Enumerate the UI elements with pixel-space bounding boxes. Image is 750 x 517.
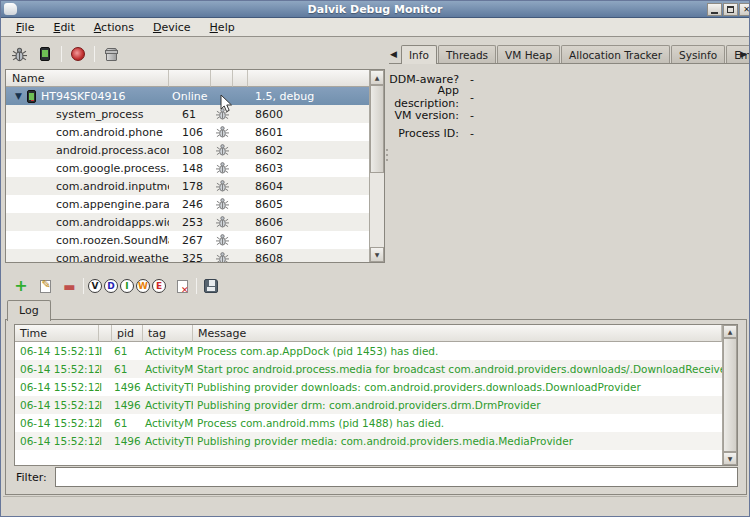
edit-filter-button[interactable]: ✎ xyxy=(35,276,55,296)
log-row[interactable]: 06-14 15:52:12. I 61 ActivityMa Start pr… xyxy=(15,360,722,378)
log-column-header[interactable]: pid xyxy=(112,325,143,342)
debug-process-icon xyxy=(12,47,27,62)
scroll-down-icon[interactable]: ▼ xyxy=(723,452,737,465)
log-column-header[interactable]: Time xyxy=(15,325,99,342)
process-row[interactable]: com.appengine.paranoid_ 246 xyxy=(6,195,370,213)
process-row[interactable]: com.roozen.SoundManage 267 xyxy=(6,231,370,249)
log-tag: ActivityTh xyxy=(143,399,193,411)
field-value: - xyxy=(470,109,474,122)
log-level-button[interactable]: I xyxy=(120,279,134,293)
process-name: android.process.acore xyxy=(6,144,169,157)
log-pid: 1496 xyxy=(112,381,143,393)
cause-gc-button[interactable] xyxy=(101,44,121,64)
info-tab[interactable]: Allocation Tracker xyxy=(561,45,670,63)
log-column-header[interactable]: Message xyxy=(193,325,722,342)
tree-scrollbar[interactable]: ▲ ▼ xyxy=(369,70,384,262)
process-pid: 108 xyxy=(169,144,211,157)
process-row[interactable]: android.process.acore 108 xyxy=(6,141,370,159)
tab-scroll-right-icon[interactable]: ▶ xyxy=(740,49,749,59)
column-header-debug[interactable] xyxy=(211,70,233,87)
log-level-button[interactable]: W xyxy=(136,279,150,293)
log-row[interactable]: 06-14 15:52:12. I 1496 ActivityTh Publis… xyxy=(15,396,722,414)
info-tab[interactable]: Info xyxy=(401,45,437,64)
debug-process-button[interactable] xyxy=(9,44,29,64)
filter-input[interactable] xyxy=(55,467,738,487)
process-row[interactable]: system_process 61 xyxy=(6,105,370,123)
maximize-button[interactable] xyxy=(723,3,738,16)
info-tab[interactable]: Sysinfo xyxy=(671,45,725,63)
minimize-button[interactable] xyxy=(707,3,722,16)
info-field-row: App description: - xyxy=(389,88,750,106)
toolbar-separator xyxy=(61,46,62,62)
log-time: 06-14 15:52:12. xyxy=(15,435,99,447)
log-level: I xyxy=(99,345,112,357)
process-row[interactable]: com.android.inputmethod 178 xyxy=(6,177,370,195)
menu-item[interactable]: Device xyxy=(147,19,197,36)
clear-log-icon: ✕ xyxy=(177,280,188,293)
process-row[interactable]: com.androidapps.widget.b 253 xyxy=(6,213,370,231)
process-row[interactable]: com.android.phone 106 xyxy=(6,123,370,141)
field-value: - xyxy=(470,73,474,86)
add-filter-button[interactable]: + xyxy=(11,276,31,296)
log-level-button[interactable]: E xyxy=(152,279,166,293)
update-heap-button[interactable] xyxy=(35,44,55,64)
scrollbar-thumb[interactable] xyxy=(370,85,384,173)
log-time: 06-14 15:52:11. xyxy=(15,345,99,357)
scroll-up-icon[interactable]: ▲ xyxy=(370,70,384,85)
scroll-up-icon[interactable]: ▲ xyxy=(723,325,737,338)
mouse-cursor xyxy=(220,94,233,113)
log-column-header[interactable]: tag xyxy=(143,325,193,342)
info-tab[interactable]: Threads xyxy=(438,45,496,63)
log-level-button[interactable]: V xyxy=(88,279,102,293)
debuggable-icon xyxy=(216,179,229,193)
info-tab[interactable]: VM Heap xyxy=(497,45,560,63)
column-header-port[interactable] xyxy=(248,70,370,87)
log-tag: ActivityMa xyxy=(143,363,193,375)
close-button[interactable]: ✕ xyxy=(739,3,750,16)
device-serial: HT94SKF04916 xyxy=(41,90,126,103)
menu-item[interactable]: Edit xyxy=(47,19,80,36)
process-port: 8601 xyxy=(248,126,370,139)
menu-item[interactable]: Actions xyxy=(88,19,140,36)
tab-log[interactable]: Log xyxy=(7,300,51,321)
panel-sash[interactable] xyxy=(385,149,389,163)
log-row[interactable]: 06-14 15:52:12. I 61 ActivityMa Process … xyxy=(15,414,722,432)
process-row[interactable]: com.android.weather.sync 325 xyxy=(6,249,370,262)
process-port: 8607 xyxy=(248,234,370,247)
log-scrollbar[interactable]: ▲ ▼ xyxy=(722,325,737,465)
scroll-down-icon[interactable]: ▼ xyxy=(370,247,384,262)
log-level-button[interactable]: D xyxy=(104,279,118,293)
process-port: 8602 xyxy=(248,144,370,157)
menu-item[interactable]: Help xyxy=(204,19,241,36)
column-header-name[interactable]: Name xyxy=(6,70,169,87)
process-pid: 148 xyxy=(169,162,211,175)
log-time: 06-14 15:52:12. xyxy=(15,399,99,411)
process-row[interactable]: com.google.process.gapps 148 xyxy=(6,159,370,177)
log-row[interactable]: 06-14 15:52:12. I 1496 ActivityTh Publis… xyxy=(15,432,722,450)
column-header-blank[interactable] xyxy=(233,70,248,87)
close-icon: ✕ xyxy=(743,5,750,14)
menu-item[interactable]: File xyxy=(10,19,40,36)
scrollbar-thumb[interactable] xyxy=(723,338,737,452)
debuggable-icon xyxy=(216,125,229,139)
tab-scroll-left-icon[interactable]: ◀ xyxy=(390,49,399,59)
delete-filter-button[interactable]: ▬ xyxy=(59,276,79,296)
stop-process-button[interactable] xyxy=(68,44,88,64)
update-heap-icon xyxy=(40,47,50,61)
save-log-button[interactable] xyxy=(201,276,221,296)
clear-log-button[interactable]: ✕ xyxy=(172,276,192,296)
column-header-pid[interactable] xyxy=(169,70,211,87)
process-name: com.google.process.gapps xyxy=(6,162,169,175)
log-row[interactable]: 06-14 15:52:11. I 61 ActivityMa Process … xyxy=(15,342,722,360)
process-name: com.appengine.paranoid_ xyxy=(6,198,169,211)
window-title: Dalvik Debug Monitor xyxy=(1,3,749,16)
process-pid: 325 xyxy=(169,252,211,263)
device-row[interactable]: ▼ HT94SKF04916 Online 1.5, debug xyxy=(6,87,370,105)
log-column-header[interactable] xyxy=(99,325,112,342)
expander-icon[interactable]: ▼ xyxy=(15,92,22,101)
log-row[interactable]: 06-14 15:52:12. I 1496 ActivityTh Publis… xyxy=(15,378,722,396)
titlebar[interactable]: Dalvik Debug Monitor ✕ xyxy=(1,1,749,18)
process-pid: 61 xyxy=(169,108,211,121)
process-pid: 106 xyxy=(169,126,211,139)
filter-label: Filter: xyxy=(16,471,47,484)
